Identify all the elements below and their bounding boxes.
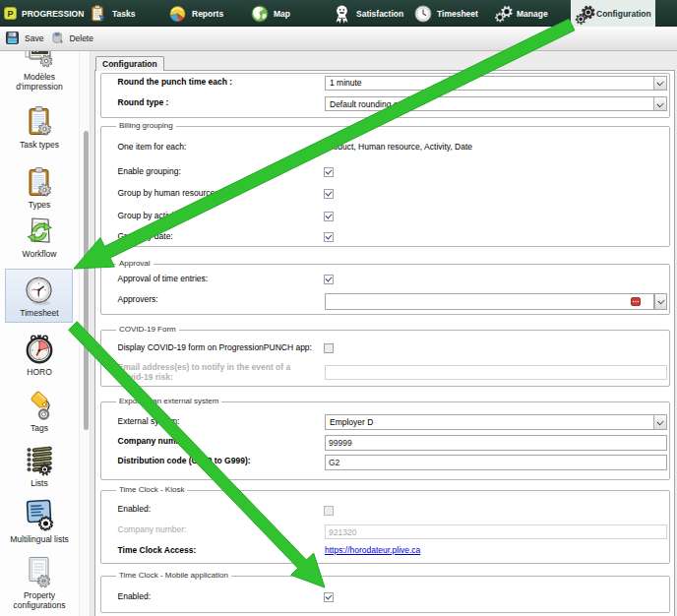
mobile-enabled-checkbox[interactable] bbox=[324, 592, 334, 602]
display-covid-form-label: Display COVID-19 form on ProgressionPUNC… bbox=[118, 342, 312, 352]
sidebar-item-label: Timesheet bbox=[2, 308, 77, 318]
manage-icon bbox=[494, 5, 511, 22]
nav-label-map: Map bbox=[274, 9, 290, 19]
multilingual-lists-icon bbox=[24, 497, 55, 534]
distribution-code-text-input[interactable] bbox=[325, 455, 667, 470]
approvers-red-icon[interactable] bbox=[631, 297, 641, 306]
company-number-input[interactable] bbox=[325, 435, 667, 451]
round-type-value: Default rounding option bbox=[326, 99, 653, 109]
sidebar-item-horo[interactable]: HORO bbox=[2, 332, 77, 377]
time-clock-mobile-section: Time Clock - Mobile application Enabled: bbox=[100, 576, 670, 614]
export-external-system-legend: Export to an external system bbox=[116, 397, 221, 406]
action-toolbar: Save Delete bbox=[0, 27, 677, 51]
company-number-label: Company number: bbox=[118, 436, 192, 446]
covid19-form-legend: COVID-19 Form bbox=[116, 325, 179, 335]
nav-label-manage: Manage bbox=[517, 9, 548, 19]
nav-item-timesheet[interactable]: Timesheet bbox=[414, 0, 478, 27]
approvers-text-input[interactable] bbox=[325, 293, 654, 310]
app-window: P PROGRESSION Tasks bbox=[0, 0, 677, 616]
group-by-date-label: Group by date: bbox=[118, 231, 173, 241]
distribution-code-input[interactable] bbox=[325, 455, 667, 470]
delete-button[interactable]: Delete bbox=[47, 28, 97, 49]
configuration-panel: Round the punch time each : 1 minute Rou… bbox=[94, 70, 675, 616]
group-by-human-resource-checkbox[interactable] bbox=[324, 189, 334, 199]
lists-icon bbox=[25, 444, 54, 478]
timesheet-icon bbox=[414, 5, 431, 22]
progression-logo-icon: P bbox=[4, 7, 17, 20]
covid-email-input[interactable] bbox=[325, 365, 667, 381]
mobile-enabled-label: Enabled: bbox=[118, 591, 152, 601]
round-type-label: Round type : bbox=[118, 97, 169, 107]
covid-email-label-line1: Email address(es) to notify in the event… bbox=[118, 362, 291, 372]
nav-item-reports[interactable]: Reports bbox=[169, 0, 223, 27]
round-punch-time-select[interactable]: 1 minute bbox=[325, 76, 667, 91]
nav-label-tasks: Tasks bbox=[112, 9, 135, 19]
covid-email-text-input[interactable] bbox=[325, 365, 667, 381]
sidebar-item-label: Task types bbox=[2, 140, 77, 150]
sidebar: Modèles d'impression Task types bbox=[0, 51, 79, 616]
sidebar-item-tags[interactable]: Tags bbox=[2, 388, 77, 433]
nav-item-satisfaction[interactable]: Satisfaction bbox=[334, 0, 403, 27]
nav-item-manage[interactable]: Manage bbox=[494, 0, 548, 27]
nav-label-configuration: Configuration bbox=[596, 9, 651, 19]
tags-icon bbox=[25, 388, 54, 422]
external-system-label: External system: bbox=[118, 416, 180, 426]
top-navbar: P PROGRESSION Tasks bbox=[0, 0, 677, 27]
covid19-form-section: COVID-19 Form Display COVID-19 form on P… bbox=[100, 330, 670, 388]
content-area: Modèles d'impression Task types bbox=[0, 51, 677, 616]
approvers-input[interactable] bbox=[325, 293, 654, 310]
nav-item-configuration-active[interactable]: Configuration bbox=[571, 0, 655, 27]
billing-grouping-section: Billing grouping One item for each: Prod… bbox=[100, 126, 670, 247]
enable-grouping-label: Enable grouping: bbox=[118, 166, 181, 176]
print-templates-icon bbox=[25, 51, 54, 70]
nav-item-map[interactable]: Map bbox=[251, 0, 290, 27]
app-logo[interactable]: P PROGRESSION bbox=[4, 0, 84, 27]
kiosk-company-number-input[interactable] bbox=[325, 524, 667, 540]
covid-email-label-line2: Covid-19 risk: bbox=[118, 372, 173, 382]
approval-of-time-entries-label: Approval of time entries: bbox=[118, 274, 209, 283]
sidebar-item-modeles-impression[interactable]: Modèles d'impression bbox=[2, 51, 77, 92]
task-types-icon bbox=[26, 105, 53, 138]
display-covid-form-checkbox[interactable] bbox=[324, 343, 334, 353]
company-number-text-input[interactable] bbox=[325, 435, 667, 451]
billing-grouping-legend: Billing grouping bbox=[116, 121, 176, 131]
time-clock-access-link[interactable]: https://horodateur.plive.ca bbox=[325, 545, 420, 555]
nav-item-tasks[interactable]: Tasks bbox=[90, 0, 135, 27]
dropdown-arrow-icon[interactable] bbox=[653, 97, 666, 110]
save-icon bbox=[5, 31, 20, 47]
timesheet-clock-icon bbox=[24, 276, 55, 307]
sidebar-item-property-configurations[interactable]: Property configurations bbox=[2, 555, 77, 610]
sidebar-item-task-types[interactable]: Task types bbox=[2, 105, 77, 150]
round-punch-time-label: Round the punch time each : bbox=[118, 77, 233, 87]
round-punch-time-value: 1 minute bbox=[326, 78, 653, 88]
sidebar-item-lists[interactable]: Lists bbox=[2, 444, 77, 488]
one-item-for-each-value: Product, Human resource, Activity, Date bbox=[325, 142, 472, 152]
main-area: Configuration Round the punch time each … bbox=[92, 51, 677, 616]
external-system-select[interactable]: Employer D bbox=[325, 414, 667, 430]
kiosk-enabled-label: Enabled: bbox=[118, 504, 152, 514]
sidebar-item-label: Modèles bbox=[2, 72, 77, 82]
brand-name: PROGRESSION bbox=[22, 9, 84, 19]
rounding-box: Round the punch time each : 1 minute Rou… bbox=[100, 73, 670, 118]
group-by-activity-checkbox[interactable] bbox=[324, 212, 334, 221]
dropdown-arrow-icon[interactable] bbox=[653, 77, 666, 90]
external-system-value: Employer D bbox=[326, 417, 653, 427]
sidebar-item-multilingual-lists[interactable]: Multilingual lists bbox=[2, 497, 77, 544]
approvers-dropdown-button[interactable] bbox=[654, 293, 667, 310]
sidebar-item-workflow[interactable]: Workflow bbox=[2, 216, 77, 259]
sidebar-scrollbar-thumb[interactable] bbox=[84, 131, 89, 430]
time-clock-access-label: Time Clock Access: bbox=[118, 545, 197, 555]
round-type-select[interactable]: Default rounding option bbox=[325, 96, 667, 111]
tab-configuration[interactable]: Configuration bbox=[95, 56, 164, 71]
kiosk-company-number-text-input[interactable] bbox=[325, 524, 667, 540]
sidebar-scrollbar[interactable] bbox=[79, 51, 91, 616]
group-by-date-checkbox[interactable] bbox=[324, 232, 334, 242]
enable-grouping-checkbox[interactable] bbox=[324, 167, 334, 177]
sidebar-item-types[interactable]: Types bbox=[2, 166, 77, 210]
time-clock-kiosk-section: Time Clock - Kiosk Enabled: Company numb… bbox=[100, 490, 670, 564]
save-button[interactable]: Save bbox=[1, 28, 47, 49]
dropdown-arrow-icon[interactable] bbox=[653, 415, 666, 429]
approval-of-time-entries-checkbox[interactable] bbox=[324, 275, 334, 284]
sidebar-item-timesheet[interactable]: Timesheet bbox=[2, 269, 77, 318]
kiosk-enabled-checkbox[interactable] bbox=[324, 506, 334, 516]
